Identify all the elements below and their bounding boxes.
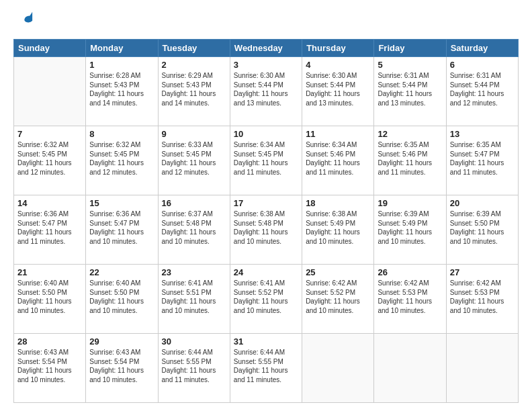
day-info: Sunrise: 6:40 AMSunset: 5:50 PMDaylight:… [89, 279, 154, 315]
day-number: 14 [17, 198, 82, 208]
day-number: 18 [306, 198, 370, 208]
day-number: 29 [89, 336, 154, 347]
day-info: Sunrise: 6:37 AMSunset: 5:48 PMDaylight:… [162, 210, 226, 246]
calendar-week-row: 21Sunrise: 6:40 AMSunset: 5:50 PMDayligh… [14, 265, 519, 334]
calendar-week-row: 1Sunrise: 6:28 AMSunset: 5:43 PMDaylight… [14, 57, 519, 126]
day-number: 10 [234, 129, 298, 139]
weekday-header-monday: Monday [86, 40, 158, 57]
day-number: 7 [17, 129, 82, 139]
calendar-cell: 6Sunrise: 6:31 AMSunset: 5:44 PMDaylight… [446, 57, 518, 126]
day-info: Sunrise: 6:29 AMSunset: 5:43 PMDaylight:… [162, 71, 226, 107]
day-number: 27 [450, 267, 515, 277]
day-number: 6 [450, 60, 515, 70]
calendar-cell: 23Sunrise: 6:41 AMSunset: 5:51 PMDayligh… [158, 265, 230, 334]
weekday-header-friday: Friday [374, 40, 446, 57]
day-info: Sunrise: 6:40 AMSunset: 5:50 PMDaylight:… [17, 279, 82, 315]
calendar-week-row: 28Sunrise: 6:43 AMSunset: 5:54 PMDayligh… [14, 334, 519, 403]
calendar-cell: 11Sunrise: 6:34 AMSunset: 5:46 PMDayligh… [302, 126, 374, 195]
header [13, 11, 519, 32]
calendar-cell: 10Sunrise: 6:34 AMSunset: 5:45 PMDayligh… [230, 126, 302, 195]
day-number: 31 [234, 336, 298, 347]
day-number: 30 [162, 336, 226, 347]
calendar-cell: 31Sunrise: 6:44 AMSunset: 5:55 PMDayligh… [230, 334, 302, 403]
calendar-table: SundayMondayTuesdayWednesdayThursdayFrid… [13, 39, 519, 403]
day-info: Sunrise: 6:30 AMSunset: 5:44 PMDaylight:… [306, 71, 370, 107]
calendar-cell: 1Sunrise: 6:28 AMSunset: 5:43 PMDaylight… [86, 57, 158, 126]
day-info: Sunrise: 6:32 AMSunset: 5:45 PMDaylight:… [89, 140, 154, 177]
logo-icon [15, 11, 34, 30]
day-info: Sunrise: 6:44 AMSunset: 5:55 PMDaylight:… [234, 348, 298, 384]
calendar-cell [446, 334, 518, 403]
weekday-header-thursday: Thursday [302, 40, 374, 57]
day-number: 20 [450, 198, 515, 208]
day-number: 28 [17, 336, 82, 347]
calendar-cell [302, 334, 374, 403]
calendar-cell [14, 57, 86, 126]
calendar-cell: 13Sunrise: 6:35 AMSunset: 5:47 PMDayligh… [446, 126, 518, 195]
calendar-cell: 3Sunrise: 6:30 AMSunset: 5:44 PMDaylight… [230, 57, 302, 126]
day-number: 2 [162, 60, 226, 70]
day-info: Sunrise: 6:38 AMSunset: 5:49 PMDaylight:… [306, 210, 370, 246]
day-number: 25 [306, 267, 370, 277]
calendar-cell: 9Sunrise: 6:33 AMSunset: 5:45 PMDaylight… [158, 126, 230, 195]
calendar-cell: 24Sunrise: 6:41 AMSunset: 5:52 PMDayligh… [230, 265, 302, 334]
day-number: 17 [234, 198, 298, 208]
calendar-cell: 18Sunrise: 6:38 AMSunset: 5:49 PMDayligh… [302, 195, 374, 265]
calendar-cell: 19Sunrise: 6:39 AMSunset: 5:49 PMDayligh… [374, 195, 446, 265]
day-info: Sunrise: 6:34 AMSunset: 5:46 PMDaylight:… [306, 140, 370, 177]
day-info: Sunrise: 6:30 AMSunset: 5:44 PMDaylight:… [234, 71, 298, 107]
calendar-cell: 27Sunrise: 6:42 AMSunset: 5:53 PMDayligh… [446, 265, 518, 334]
calendar-cell [374, 334, 446, 403]
weekday-header-tuesday: Tuesday [158, 40, 230, 57]
day-info: Sunrise: 6:35 AMSunset: 5:47 PMDaylight:… [450, 140, 515, 177]
calendar-cell: 20Sunrise: 6:39 AMSunset: 5:50 PMDayligh… [446, 195, 518, 265]
calendar-cell: 7Sunrise: 6:32 AMSunset: 5:45 PMDaylight… [14, 126, 86, 195]
calendar-cell: 30Sunrise: 6:44 AMSunset: 5:55 PMDayligh… [158, 334, 230, 403]
calendar-cell: 14Sunrise: 6:36 AMSunset: 5:47 PMDayligh… [14, 195, 86, 265]
calendar-week-row: 7Sunrise: 6:32 AMSunset: 5:45 PMDaylight… [14, 126, 519, 195]
day-info: Sunrise: 6:43 AMSunset: 5:54 PMDaylight:… [89, 348, 154, 384]
calendar-cell: 22Sunrise: 6:40 AMSunset: 5:50 PMDayligh… [86, 265, 158, 334]
calendar-cell: 21Sunrise: 6:40 AMSunset: 5:50 PMDayligh… [14, 265, 86, 334]
day-info: Sunrise: 6:31 AMSunset: 5:44 PMDaylight:… [450, 71, 515, 107]
day-number: 1 [89, 60, 154, 70]
day-info: Sunrise: 6:42 AMSunset: 5:52 PMDaylight:… [306, 279, 370, 315]
day-info: Sunrise: 6:44 AMSunset: 5:55 PMDaylight:… [162, 348, 226, 384]
day-number: 3 [234, 60, 298, 70]
calendar-cell: 17Sunrise: 6:38 AMSunset: 5:48 PMDayligh… [230, 195, 302, 265]
day-number: 24 [234, 267, 298, 277]
day-info: Sunrise: 6:35 AMSunset: 5:46 PMDaylight:… [378, 140, 442, 177]
day-number: 9 [162, 129, 226, 139]
weekday-header-wednesday: Wednesday [230, 40, 302, 57]
day-info: Sunrise: 6:42 AMSunset: 5:53 PMDaylight:… [450, 279, 515, 315]
logo [13, 11, 34, 32]
day-number: 26 [378, 267, 442, 277]
calendar-cell: 29Sunrise: 6:43 AMSunset: 5:54 PMDayligh… [86, 334, 158, 403]
calendar-cell: 26Sunrise: 6:42 AMSunset: 5:53 PMDayligh… [374, 265, 446, 334]
page: SundayMondayTuesdayWednesdayThursdayFrid… [0, 0, 532, 411]
day-info: Sunrise: 6:41 AMSunset: 5:51 PMDaylight:… [162, 279, 226, 315]
day-info: Sunrise: 6:33 AMSunset: 5:45 PMDaylight:… [162, 140, 226, 177]
weekday-header-saturday: Saturday [446, 40, 518, 57]
calendar-cell: 8Sunrise: 6:32 AMSunset: 5:45 PMDaylight… [86, 126, 158, 195]
day-number: 23 [162, 267, 226, 277]
day-info: Sunrise: 6:39 AMSunset: 5:49 PMDaylight:… [378, 210, 442, 246]
day-number: 19 [378, 198, 442, 208]
calendar-cell: 2Sunrise: 6:29 AMSunset: 5:43 PMDaylight… [158, 57, 230, 126]
day-info: Sunrise: 6:34 AMSunset: 5:45 PMDaylight:… [234, 140, 298, 177]
day-info: Sunrise: 6:38 AMSunset: 5:48 PMDaylight:… [234, 210, 298, 246]
calendar-cell: 25Sunrise: 6:42 AMSunset: 5:52 PMDayligh… [302, 265, 374, 334]
day-info: Sunrise: 6:32 AMSunset: 5:45 PMDaylight:… [17, 140, 82, 177]
day-number: 16 [162, 198, 226, 208]
calendar-cell: 15Sunrise: 6:36 AMSunset: 5:47 PMDayligh… [86, 195, 158, 265]
calendar-cell: 5Sunrise: 6:31 AMSunset: 5:44 PMDaylight… [374, 57, 446, 126]
day-info: Sunrise: 6:28 AMSunset: 5:43 PMDaylight:… [89, 71, 154, 107]
calendar-cell: 12Sunrise: 6:35 AMSunset: 5:46 PMDayligh… [374, 126, 446, 195]
day-number: 8 [89, 129, 154, 139]
weekday-header-sunday: Sunday [14, 40, 86, 57]
weekday-header-row: SundayMondayTuesdayWednesdayThursdayFrid… [14, 40, 519, 57]
day-number: 5 [378, 60, 442, 70]
day-info: Sunrise: 6:36 AMSunset: 5:47 PMDaylight:… [17, 210, 82, 246]
calendar-week-row: 14Sunrise: 6:36 AMSunset: 5:47 PMDayligh… [14, 195, 519, 265]
day-info: Sunrise: 6:36 AMSunset: 5:47 PMDaylight:… [89, 210, 154, 246]
